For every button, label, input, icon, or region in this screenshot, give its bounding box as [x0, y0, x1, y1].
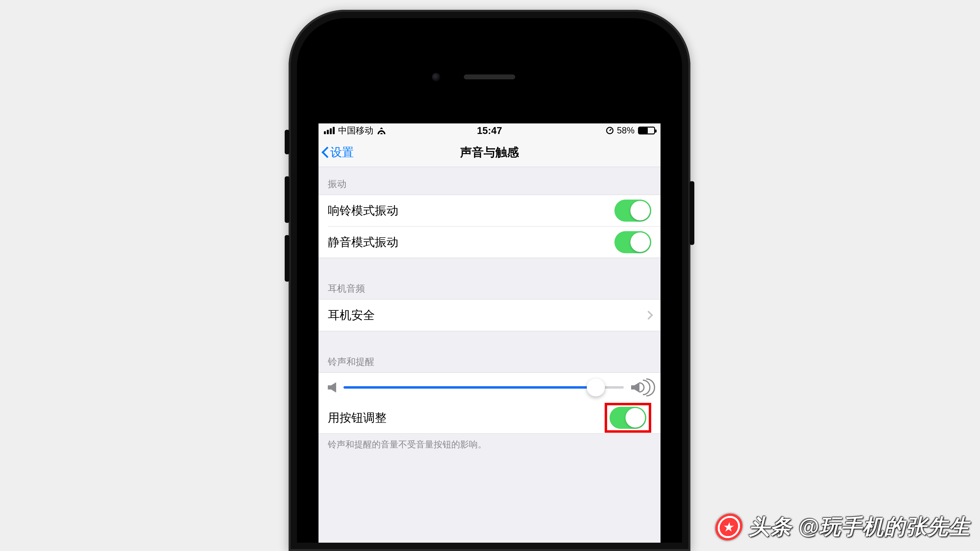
toggle-ring-vibrate[interactable]: [614, 200, 651, 222]
row-silent-vibrate[interactable]: 静音模式振动: [328, 226, 660, 257]
row-label: 用按钮调整: [328, 410, 605, 426]
slider-thumb[interactable]: [587, 378, 605, 397]
battery-percent: 58%: [617, 125, 635, 136]
power-button: [689, 181, 694, 245]
watermark: 头条 @玩手机的张先生: [715, 513, 970, 541]
back-button[interactable]: 设置: [322, 144, 354, 160]
phone-bezel: 中国移动 15:47 58% 设置 声音与触感: [297, 18, 682, 543]
row-ring-vibrate[interactable]: 响铃模式振动: [318, 195, 660, 226]
mute-switch: [285, 130, 290, 154]
battery-icon: [638, 127, 655, 135]
row-label: 耳机安全: [328, 307, 645, 323]
row-change-with-buttons[interactable]: 用按钮调整: [318, 402, 660, 433]
row-label: 静音模式振动: [328, 234, 614, 250]
volume-down-button: [285, 235, 290, 282]
earpiece-speaker: [464, 75, 515, 79]
back-label: 设置: [330, 144, 354, 160]
wifi-icon: [377, 127, 386, 134]
watermark-logo-icon: [714, 513, 744, 540]
section-header-ringer: 铃声和提醒: [318, 331, 660, 373]
watermark-text: 头条 @玩手机的张先生: [749, 513, 970, 541]
screen: 中国移动 15:47 58% 设置 声音与触感: [318, 124, 660, 543]
chevron-left-icon: [322, 146, 329, 159]
row-label: 响铃模式振动: [328, 203, 614, 218]
cellular-signal-icon: [324, 127, 335, 134]
highlight-box: [605, 403, 651, 433]
phone-frame: 中国移动 15:47 58% 设置 声音与触感: [289, 10, 690, 551]
toggle-change-with-buttons[interactable]: [609, 407, 646, 429]
group-vibrate: 响铃模式振动 静音模式振动: [318, 195, 660, 258]
toggle-silent-vibrate[interactable]: [614, 231, 651, 253]
nav-bar: 设置 声音与触感: [318, 138, 660, 167]
status-time: 15:47: [477, 125, 502, 136]
group-ringer: 用按钮调整: [318, 373, 660, 434]
volume-low-icon: [328, 382, 336, 392]
page-title: 声音与触感: [318, 144, 660, 160]
status-bar: 中国移动 15:47 58%: [318, 124, 660, 138]
footer-text: 铃声和提醒的音量不受音量按钮的影响。: [318, 434, 660, 456]
volume-up-button: [285, 176, 290, 223]
volume-slider[interactable]: [344, 386, 624, 389]
carrier-label: 中国移动: [338, 125, 373, 137]
group-headphone: 耳机安全: [318, 299, 660, 331]
section-header-headphone: 耳机音频: [318, 258, 660, 299]
row-volume-slider: [318, 373, 660, 402]
alarm-icon: [606, 127, 614, 134]
section-header-vibrate: 振动: [318, 167, 660, 195]
chevron-right-icon: [645, 310, 651, 320]
volume-high-icon: [631, 380, 651, 395]
front-camera: [432, 73, 440, 81]
row-headphone-safety[interactable]: 耳机安全: [318, 300, 660, 331]
